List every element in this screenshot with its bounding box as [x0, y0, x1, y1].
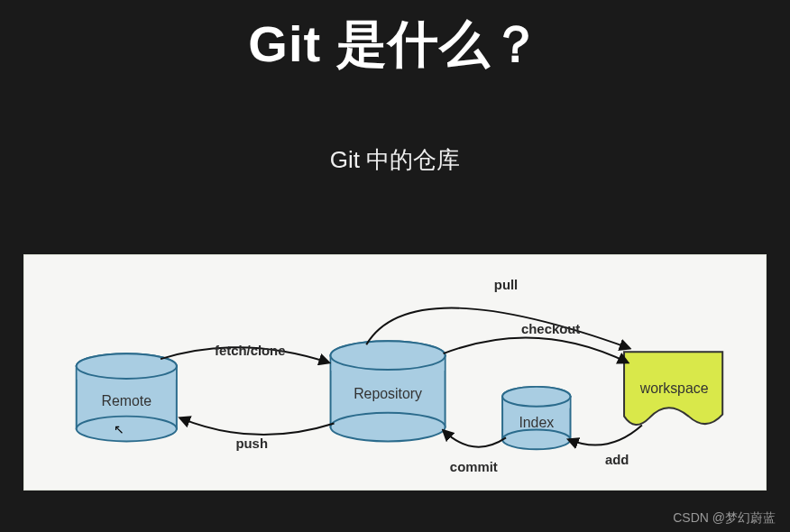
- svg-point-14: [502, 387, 570, 407]
- git-diagram-svg: Remote Repository Index workspace: [24, 255, 766, 490]
- page-subtitle: Git 中的仓库: [0, 144, 790, 176]
- checkout-arrow: [444, 338, 628, 363]
- add-arrow: [569, 426, 642, 445]
- commit-label: commit: [450, 460, 498, 474]
- index-label: Index: [519, 415, 554, 430]
- svg-point-7: [331, 413, 446, 442]
- add-label: add: [605, 453, 629, 467]
- repository-node: Repository: [331, 341, 446, 441]
- cursor-icon: ↖: [114, 422, 124, 436]
- svg-point-12: [502, 430, 570, 450]
- pull-label: pull: [494, 278, 518, 292]
- svg-point-9: [331, 341, 446, 370]
- checkout-label: checkout: [521, 322, 580, 336]
- workspace-label: workspace: [639, 381, 709, 396]
- remote-label: Remote: [102, 393, 152, 408]
- push-label: push: [235, 436, 268, 451]
- workspace-node: workspace: [624, 352, 722, 425]
- svg-point-2: [77, 417, 177, 442]
- remote-node: Remote: [77, 353, 177, 441]
- watermark: CSDN @梦幻蔚蓝: [673, 510, 776, 527]
- push-arrow: [180, 418, 335, 436]
- git-diagram: Remote Repository Index workspace: [23, 254, 767, 491]
- commit-arrow: [444, 431, 506, 447]
- svg-point-4: [77, 353, 177, 379]
- index-node: Index: [502, 387, 570, 449]
- page-title: Git 是什么？: [0, 0, 790, 79]
- fetch-clone-label: fetch/clone: [215, 344, 286, 358]
- repository-label: Repository: [354, 386, 422, 401]
